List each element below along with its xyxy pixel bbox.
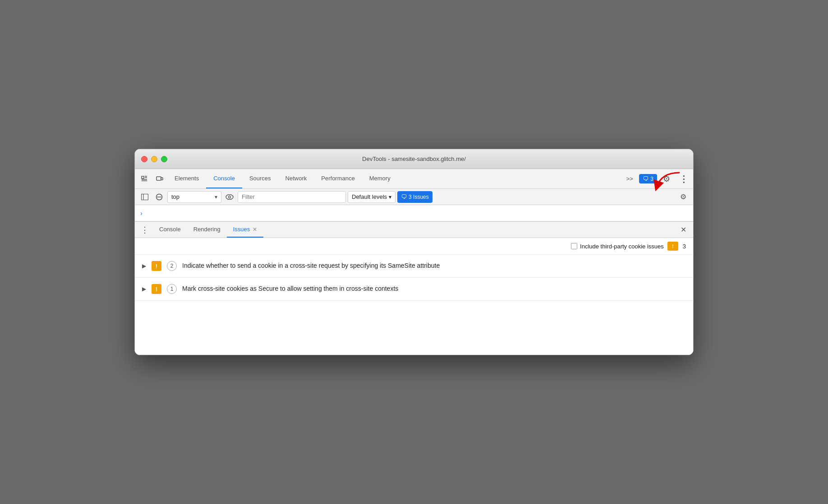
drawer-tabs-bar: ⋮ Console Rendering Issues ✕ ✕	[135, 222, 693, 238]
issues-badge-button[interactable]: 🗨 3	[639, 174, 657, 183]
tab-elements[interactable]: Elements	[167, 169, 206, 188]
issues-badge-toolbar-button[interactable]: 🗨 3 Issues	[397, 191, 432, 203]
tab-memory[interactable]: Memory	[362, 169, 398, 188]
svg-point-7	[226, 194, 233, 199]
svg-rect-3	[142, 194, 148, 200]
expand-arrow-icon-2: ▶	[142, 286, 146, 292]
drawer-tab-issues[interactable]: Issues ✕	[227, 222, 264, 238]
warning-icon-2: !	[152, 284, 161, 294]
sidebar-toggle-button[interactable]	[138, 191, 151, 203]
devtools-panel: Elements Console Sources Network Perform…	[135, 169, 693, 355]
settings-button[interactable]: ⚙	[659, 171, 674, 187]
prompt-chevron-icon: ›	[140, 210, 143, 217]
issues-total-count: 3	[683, 243, 686, 250]
filter-input[interactable]	[238, 191, 346, 203]
console-settings-button[interactable]: ⚙	[677, 191, 690, 203]
warning-icon-1: !	[152, 261, 161, 271]
kebab-menu-button[interactable]: ⋮	[676, 171, 691, 187]
close-button[interactable]	[141, 156, 147, 162]
svg-rect-1	[156, 177, 161, 180]
issues-toolbar-chat-icon: 🗨	[401, 193, 407, 200]
context-selector[interactable]: top ▾	[167, 191, 221, 203]
issue-text-2: Mark cross-site cookies as Secure to all…	[182, 284, 398, 293]
tab-console[interactable]: Console	[206, 169, 242, 188]
traffic-lights	[141, 156, 167, 162]
issue-count-badge-1: 2	[167, 261, 177, 271]
drawer-tab-rendering[interactable]: Rendering	[187, 222, 227, 238]
issues-chat-icon: 🗨	[643, 175, 649, 182]
svg-rect-2	[161, 178, 163, 180]
devtools-window: DevTools - samesite-sandbox.glitch.me/ E…	[134, 149, 694, 355]
console-prompt-area: ›	[135, 205, 693, 221]
drawer-tab-issues-close[interactable]: ✕	[253, 226, 257, 233]
third-party-checkbox[interactable]	[571, 243, 577, 249]
dropdown-arrow-icon: ▾	[215, 194, 217, 200]
issue-text-1: Indicate whether to send a cookie in a c…	[182, 261, 440, 270]
title-bar: DevTools - samesite-sandbox.glitch.me/	[135, 149, 693, 169]
tab-network[interactable]: Network	[278, 169, 314, 188]
eye-toggle-button[interactable]	[223, 191, 236, 203]
issues-empty-space	[135, 301, 693, 355]
drawer-panel: ⋮ Console Rendering Issues ✕ ✕	[135, 221, 693, 355]
issues-panel: Include third-party cookie issues ! 3 ▶ …	[135, 238, 693, 355]
nav-tabs: Elements Console Sources Network Perform…	[167, 169, 622, 188]
tab-sources[interactable]: Sources	[242, 169, 278, 188]
clear-console-button[interactable]	[153, 191, 166, 203]
issues-badge-count: 3	[650, 176, 653, 182]
device-toggle-button[interactable]	[152, 171, 167, 187]
issue-count-badge-2: 1	[167, 284, 177, 294]
maximize-button[interactable]	[161, 156, 167, 162]
third-party-cookie-filter[interactable]: Include third-party cookie issues	[571, 243, 664, 250]
expand-arrow-icon-1: ▶	[142, 263, 146, 269]
issues-filter-bar: Include third-party cookie issues ! 3	[135, 238, 693, 255]
nav-right-controls: >> 🗨 3	[622, 171, 691, 187]
drawer-tab-console[interactable]: Console	[153, 222, 187, 238]
tab-performance[interactable]: Performance	[314, 169, 362, 188]
console-toolbar: top ▾ Default levels ▾ 🗨 3 Issues ⚙	[135, 189, 693, 205]
minimize-button[interactable]	[151, 156, 157, 162]
issue-row-2[interactable]: ▶ ! 1 Mark cross-site cookies as Secure …	[135, 278, 693, 301]
default-levels-dropdown[interactable]: Default levels ▾	[348, 191, 396, 203]
drawer-close-button[interactable]: ✕	[677, 224, 690, 236]
issue-row-1[interactable]: ▶ ! 2 Indicate whether to send a cookie …	[135, 255, 693, 278]
issues-warning-icon: !	[667, 242, 678, 251]
inspect-element-button[interactable]	[137, 171, 152, 187]
svg-point-8	[229, 196, 231, 198]
more-tabs-button[interactable]: >>	[622, 171, 637, 187]
svg-rect-0	[142, 176, 144, 179]
window-title: DevTools - samesite-sandbox.glitch.me/	[362, 156, 466, 162]
default-levels-arrow-icon: ▾	[389, 194, 391, 200]
issues-toolbar-label: 3 Issues	[409, 194, 429, 200]
drawer-menu-button[interactable]: ⋮	[138, 224, 151, 236]
top-nav-bar: Elements Console Sources Network Perform…	[135, 169, 693, 189]
